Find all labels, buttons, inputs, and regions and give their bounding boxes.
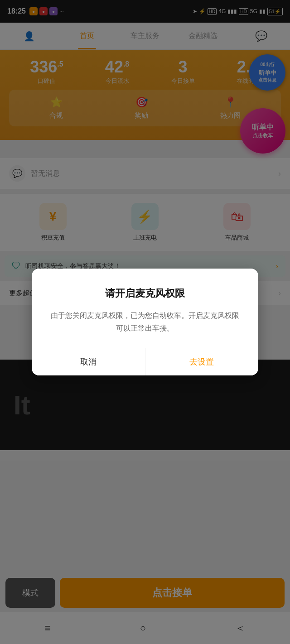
dialog-title: 请开启麦克风权限 — [50, 287, 240, 300]
dialog: 请开启麦克风权限 由于您关闭麦克风权限，已为您自动收车。开启麦克风权限可以正常出… — [32, 269, 258, 375]
dialog-confirm-button[interactable]: 去设置 — [145, 348, 259, 375]
dialog-message: 由于您关闭麦克风权限，已为您自动收车。开启麦克风权限可以正常出车接。 — [50, 309, 240, 334]
dialog-cancel-button[interactable]: 取消 — [32, 348, 145, 375]
dialog-footer: 取消 去设置 — [32, 348, 258, 375]
dialog-body: 请开启麦克风权限 由于您关闭麦克风权限，已为您自动收车。开启麦克风权限可以正常出… — [32, 269, 258, 347]
modal-overlay: 请开启麦克风权限 由于您关闭麦克风权限，已为您自动收车。开启麦克风权限可以正常出… — [0, 0, 290, 644]
